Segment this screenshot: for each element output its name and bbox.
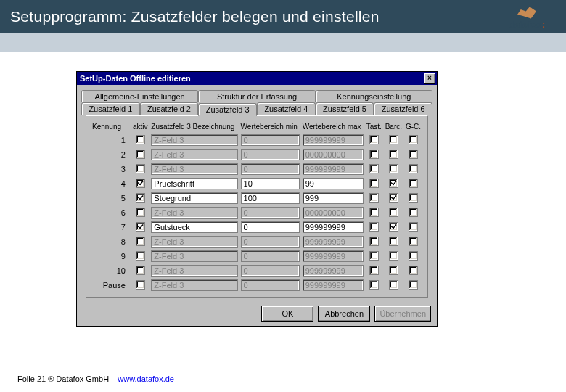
aktiv-checkbox[interactable] <box>136 222 145 232</box>
table-row: 9 <box>91 249 423 264</box>
tab-top-2[interactable]: Kennungseinstellung <box>316 90 432 102</box>
table-row: 6 <box>91 205 423 220</box>
barc-checkbox[interactable] <box>389 251 398 261</box>
tast-checkbox[interactable] <box>369 193 379 203</box>
table-row: 4 <box>91 176 423 191</box>
table-row: 1 <box>91 133 423 147</box>
barc-checkbox[interactable] <box>389 222 398 232</box>
bezeichnung-input[interactable] <box>151 221 237 233</box>
bezeichnung-input[interactable] <box>151 134 237 146</box>
aktiv-checkbox[interactable] <box>136 266 145 275</box>
max-input[interactable] <box>303 279 364 291</box>
tab-bottom-1[interactable]: Zusatzfeld 2 <box>140 102 199 115</box>
gc-checkbox[interactable] <box>409 135 418 144</box>
tab-bottom-5[interactable]: Zusatzfeld 6 <box>374 102 432 115</box>
aktiv-checkbox[interactable] <box>136 251 145 261</box>
barc-checkbox[interactable] <box>389 237 398 246</box>
ok-button[interactable]: OK <box>261 306 313 322</box>
tast-checkbox[interactable] <box>369 164 379 173</box>
tast-checkbox[interactable] <box>369 135 379 144</box>
aktiv-checkbox[interactable] <box>136 135 145 144</box>
min-input[interactable] <box>241 279 300 291</box>
max-input[interactable] <box>303 265 364 277</box>
tab-bottom-0[interactable]: Zusatzfeld 1 <box>81 102 140 115</box>
bezeichnung-input[interactable] <box>151 163 237 175</box>
aktiv-checkbox[interactable] <box>136 237 145 246</box>
aktiv-checkbox[interactable] <box>136 150 145 159</box>
min-input[interactable] <box>241 207 300 219</box>
min-input[interactable] <box>241 134 300 146</box>
gc-checkbox[interactable] <box>409 193 418 203</box>
barc-checkbox[interactable] <box>389 208 398 217</box>
max-input[interactable] <box>303 178 364 189</box>
aktiv-checkbox[interactable] <box>136 280 145 290</box>
min-input[interactable] <box>241 149 300 160</box>
aktiv-checkbox[interactable] <box>136 164 145 173</box>
min-input[interactable] <box>241 265 300 277</box>
barc-checkbox[interactable] <box>389 179 398 188</box>
tast-checkbox[interactable] <box>369 222 379 232</box>
bezeichnung-input[interactable] <box>151 207 237 219</box>
tast-checkbox[interactable] <box>369 208 379 217</box>
tab-bottom-4[interactable]: Zusatzfeld 5 <box>316 102 374 115</box>
col-max: Wertebereich max <box>301 121 365 133</box>
gc-checkbox[interactable] <box>409 179 418 188</box>
barc-checkbox[interactable] <box>389 135 398 144</box>
min-input[interactable] <box>241 236 300 248</box>
tab-top-0[interactable]: Allgemeine-Einstellungen <box>81 90 198 102</box>
min-input[interactable] <box>241 250 300 262</box>
bezeichnung-input[interactable] <box>151 265 237 277</box>
max-input[interactable] <box>303 149 364 160</box>
min-input[interactable] <box>241 163 300 175</box>
max-input[interactable] <box>303 221 364 233</box>
bezeichnung-input[interactable] <box>151 192 237 204</box>
gc-checkbox[interactable] <box>409 266 418 275</box>
gc-checkbox[interactable] <box>409 208 418 217</box>
tast-checkbox[interactable] <box>369 179 379 188</box>
apply-button[interactable]: Übernehmen <box>374 306 431 322</box>
gc-checkbox[interactable] <box>409 150 418 159</box>
bezeichnung-input[interactable] <box>151 279 237 291</box>
tast-checkbox[interactable] <box>369 150 379 159</box>
tab-top-1[interactable]: Struktur der Erfassung <box>198 90 315 102</box>
barc-checkbox[interactable] <box>389 150 398 159</box>
bezeichnung-input[interactable] <box>151 149 237 160</box>
tast-checkbox[interactable] <box>369 237 379 246</box>
barc-checkbox[interactable] <box>389 164 398 173</box>
gc-checkbox[interactable] <box>409 237 418 246</box>
aktiv-checkbox[interactable] <box>136 179 145 188</box>
max-input[interactable] <box>303 192 364 204</box>
barc-checkbox[interactable] <box>389 280 398 290</box>
tast-checkbox[interactable] <box>369 266 379 275</box>
aktiv-checkbox[interactable] <box>136 208 145 217</box>
aktiv-checkbox[interactable] <box>136 193 145 203</box>
max-input[interactable] <box>303 134 364 146</box>
fields-table: Kennung aktiv Zusatzfeld 3 Bezeichnung W… <box>91 121 423 293</box>
bezeichnung-input[interactable] <box>151 236 237 248</box>
gc-checkbox[interactable] <box>409 251 418 261</box>
tab-bottom-2[interactable]: Zusatzfeld 3 <box>198 103 257 116</box>
min-input[interactable] <box>241 192 300 204</box>
max-input[interactable] <box>303 250 364 262</box>
gc-checkbox[interactable] <box>409 164 418 173</box>
bezeichnung-input[interactable] <box>151 250 237 262</box>
col-kennung: Kennung <box>91 121 131 133</box>
min-input[interactable] <box>241 221 300 233</box>
table-row: 10 <box>91 264 423 278</box>
tast-checkbox[interactable] <box>369 251 379 261</box>
max-input[interactable] <box>303 207 364 219</box>
barc-checkbox[interactable] <box>389 266 398 275</box>
max-input[interactable] <box>303 163 364 175</box>
tab-bottom-3[interactable]: Zusatzfeld 4 <box>257 102 316 115</box>
max-input[interactable] <box>303 236 364 248</box>
bezeichnung-input[interactable] <box>151 178 237 189</box>
close-icon[interactable]: × <box>424 73 435 84</box>
gc-checkbox[interactable] <box>409 222 418 232</box>
dialog-titlebar[interactable]: SetUp-Daten Offline editieren × <box>77 72 437 85</box>
gc-checkbox[interactable] <box>409 280 418 290</box>
barc-checkbox[interactable] <box>389 193 398 203</box>
tast-checkbox[interactable] <box>369 280 379 290</box>
cancel-button[interactable]: Abbrechen <box>318 306 370 322</box>
footer-link[interactable]: www.datafox.de <box>118 375 174 383</box>
min-input[interactable] <box>241 178 300 189</box>
